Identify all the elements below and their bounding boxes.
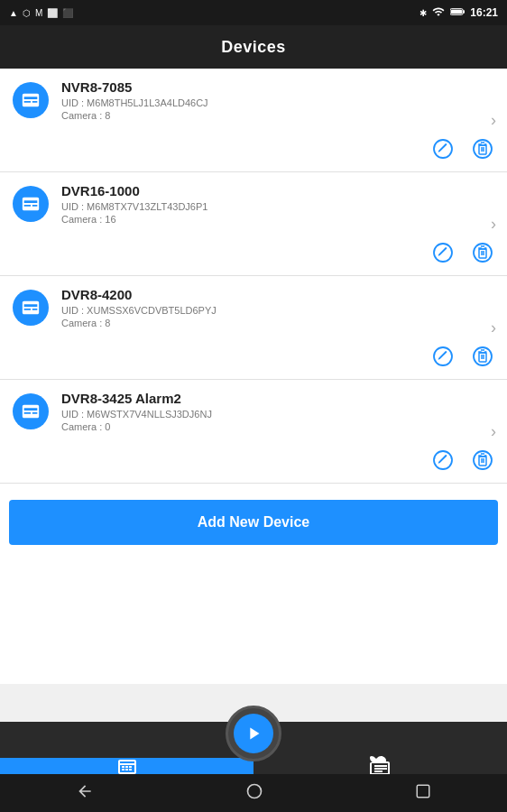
chevron-icon-dvr8-3425: ›: [491, 422, 496, 441]
notification-icon-1: ▲: [9, 8, 18, 18]
svg-rect-21: [125, 766, 128, 768]
edit-button-dvr8-3425[interactable]: [429, 447, 456, 474]
edit-button-dvr16-1000[interactable]: [429, 239, 456, 266]
svg-rect-20: [122, 769, 124, 770]
fab-play-button[interactable]: [226, 706, 281, 761]
device-camera-dvr8-4200: Camera : 8: [61, 318, 471, 328]
device-name-dvr16-1000: DVR16-1000: [61, 183, 471, 198]
recents-button[interactable]: [397, 776, 449, 811]
svg-rect-22: [125, 769, 128, 770]
chevron-icon-dvr8-4200: ›: [491, 318, 496, 337]
delete-button-nvr8-7085[interactable]: [469, 135, 496, 162]
device-row-dvr8-4200[interactable]: DVR8-4200 UID : XUMSSX6VCDVBT5LD6PYJ Cam…: [0, 276, 507, 339]
svg-rect-19: [122, 766, 124, 768]
device-icon-dvr16-1000: [13, 186, 49, 222]
device-icon-dvr8-4200: [13, 290, 49, 326]
device-row-dvr8-3425[interactable]: DVR8-3425 Alarm2 UID : M6WSTX7V4NLLSJ3DJ…: [0, 380, 507, 443]
device-uid-dvr8-3425: UID : M6WSTX7V4NLLSJ3DJ6NJ: [61, 409, 471, 420]
add-new-device-button[interactable]: Add New Device: [9, 500, 498, 545]
svg-rect-23: [129, 766, 132, 768]
device-name-dvr8-3425: DVR8-3425 Alarm2: [61, 391, 471, 406]
device-item-dvr8-4200: DVR8-4200 UID : XUMSSX6VCDVBT5LD6PYJ Cam…: [0, 276, 507, 380]
device-uid-dvr16-1000: UID : M6M8TX7V13ZLT43DJ6P1: [61, 201, 471, 212]
chevron-icon-dvr16-1000: ›: [491, 215, 496, 234]
device-info-dvr8-3425: DVR8-3425 Alarm2 UID : M6WSTX7V4NLLSJ3DJ…: [61, 391, 471, 432]
delete-button-dvr8-3425[interactable]: [469, 447, 496, 474]
svg-point-25: [248, 784, 262, 798]
svg-rect-26: [417, 785, 429, 798]
devices-list: NVR8-7085 UID : M6M8TH5LJ1L3A4LD46CJ Cam…: [0, 69, 507, 484]
device-icon-nvr8-7085: [13, 82, 49, 118]
svg-rect-2: [451, 10, 462, 14]
svg-point-15: [434, 451, 452, 469]
fab-play-inner: [234, 714, 273, 753]
device-icon-dvr8-3425: [13, 393, 49, 429]
device-camera-nvr8-7085: Camera : 8: [61, 110, 471, 121]
device-name-dvr8-4200: DVR8-4200: [61, 287, 471, 302]
delete-button-dvr16-1000[interactable]: [469, 239, 496, 266]
device-info-dvr16-1000: DVR16-1000 UID : M6M8TX7V13ZLT43DJ6P1 Ca…: [61, 183, 471, 225]
delete-button-dvr8-4200[interactable]: [469, 343, 496, 370]
notification-icon-2: ⬡: [23, 8, 31, 18]
status-icons-left: ▲ ⬡ M ⬜ ⬛: [9, 8, 414, 18]
device-camera-dvr8-3425: Camera : 0: [61, 421, 471, 432]
title-bar: Devices: [0, 25, 507, 69]
gmail-icon: M: [35, 8, 42, 18]
svg-point-11: [434, 347, 452, 365]
device-row-nvr8-7085[interactable]: NVR8-7085 UID : M6M8TH5LJ1L3A4LD46CJ Cam…: [0, 69, 507, 132]
back-button[interactable]: [58, 775, 112, 812]
device-name-nvr8-7085: NVR8-7085: [61, 79, 471, 95]
content-area: NVR8-7085 UID : M6M8TH5LJ1L3A4LD46CJ Cam…: [0, 69, 507, 684]
device-info-nvr8-7085: NVR8-7085 UID : M6M8TH5LJ1L3A4LD46CJ Cam…: [61, 79, 471, 121]
svg-rect-24: [129, 769, 132, 770]
status-bar: ▲ ⬡ M ⬜ ⬛ ✱ 16:21: [0, 0, 507, 25]
page-title: Devices: [221, 38, 286, 57]
device-row-dvr16-1000[interactable]: DVR16-1000 UID : M6M8TX7V13ZLT43DJ6P1 Ca…: [0, 172, 507, 235]
status-time: 16:21: [470, 6, 498, 19]
svg-point-3: [434, 140, 452, 158]
bluetooth-icon: ✱: [419, 8, 427, 18]
device-actions-dvr8-4200: [0, 339, 507, 379]
notification-icon-4: ⬛: [62, 8, 73, 18]
svg-point-7: [434, 244, 452, 262]
chevron-icon-nvr8-7085: ›: [491, 111, 496, 130]
edit-button-nvr8-7085[interactable]: [429, 135, 456, 162]
battery-icon: [450, 6, 465, 19]
wifi-icon: [432, 5, 445, 20]
device-item-dvr16-1000: DVR16-1000 UID : M6M8TX7V13ZLT43DJ6P1 Ca…: [0, 172, 507, 276]
system-nav: [0, 774, 507, 812]
device-camera-dvr16-1000: Camera : 16: [61, 214, 471, 225]
notification-icon-3: ⬜: [47, 8, 58, 18]
device-uid-nvr8-7085: UID : M6M8TH5LJ1L3A4LD46CJ: [61, 97, 471, 108]
device-item-dvr8-3425: DVR8-3425 Alarm2 UID : M6WSTX7V4NLLSJ3DJ…: [0, 380, 507, 484]
home-button[interactable]: [227, 775, 281, 812]
device-uid-dvr8-4200: UID : XUMSSX6VCDVBT5LD6PYJ: [61, 305, 471, 316]
device-item-nvr8-7085: NVR8-7085 UID : M6M8TH5LJ1L3A4LD46CJ Cam…: [0, 69, 507, 172]
device-info-dvr8-4200: DVR8-4200 UID : XUMSSX6VCDVBT5LD6PYJ Cam…: [61, 287, 471, 328]
edit-button-dvr8-4200[interactable]: [429, 343, 456, 370]
device-actions-dvr16-1000: [0, 235, 507, 275]
svg-rect-1: [463, 10, 465, 13]
device-actions-nvr8-7085: [0, 132, 507, 171]
device-actions-dvr8-3425: [0, 443, 507, 483]
